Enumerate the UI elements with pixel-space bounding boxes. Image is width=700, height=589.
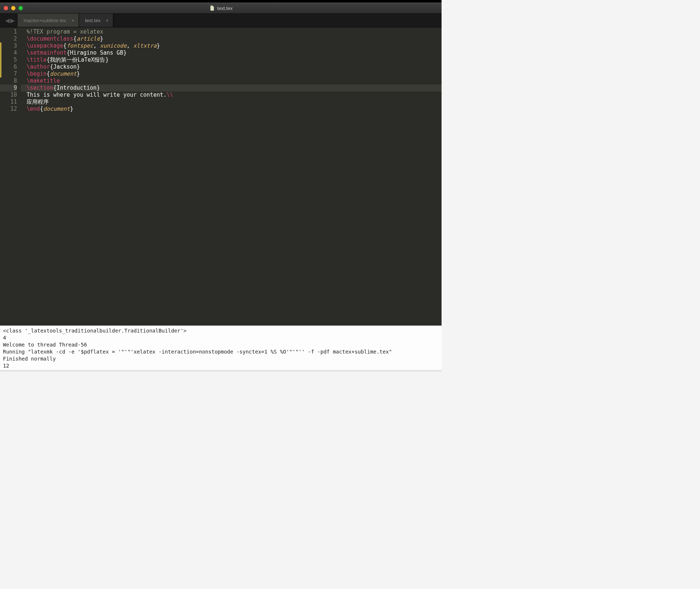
token-brace: } bbox=[100, 35, 103, 42]
modified-marker bbox=[0, 49, 1, 56]
tab-nav-forward-icon[interactable]: ▶ bbox=[10, 17, 15, 24]
code-line[interactable]: \section{Introduction} bbox=[21, 85, 442, 92]
token-text: , bbox=[127, 42, 133, 49]
token-command: \section bbox=[27, 85, 53, 91]
tab-nav-back-icon[interactable]: ◀ bbox=[5, 17, 10, 24]
tab-label: mactex+sublime.tex bbox=[24, 18, 66, 23]
token-brace: } bbox=[123, 49, 127, 56]
gutter-line: 12 bbox=[0, 106, 17, 113]
token-command: \title bbox=[27, 56, 47, 63]
token-param: article bbox=[76, 35, 100, 42]
close-window-button[interactable] bbox=[4, 6, 8, 10]
token-param: xltxtra bbox=[133, 42, 157, 49]
tab-text-tex[interactable]: text.tex× bbox=[79, 14, 113, 27]
token-command: \author bbox=[27, 63, 50, 70]
tab-close-icon[interactable]: × bbox=[106, 18, 109, 23]
editor-area[interactable]: 123456789101112 %!TEX program = xelatex\… bbox=[0, 27, 442, 326]
token-command: \maketitle bbox=[27, 78, 60, 84]
console-input[interactable] bbox=[0, 371, 442, 372]
token-command: \usepackage bbox=[27, 42, 63, 49]
code-line[interactable]: \title{我的第一份LaTeX报告} bbox=[21, 56, 442, 63]
token-brace: { bbox=[50, 63, 53, 70]
token-param: document bbox=[43, 106, 70, 112]
gutter-line: 8 bbox=[0, 78, 17, 85]
token-param: xunicode bbox=[100, 42, 127, 49]
token-brace: } bbox=[97, 85, 100, 91]
tab-close-icon[interactable]: × bbox=[72, 18, 75, 23]
token-text: 应用程序 bbox=[27, 99, 49, 105]
gutter-line: 5 bbox=[0, 56, 17, 63]
code-line[interactable]: \begin{document} bbox=[21, 70, 442, 78]
zoom-window-button[interactable] bbox=[18, 6, 23, 10]
gutter-line: 6 bbox=[0, 63, 17, 70]
file-icon bbox=[209, 5, 215, 11]
token-text: , bbox=[93, 42, 100, 49]
token-command: \setmainfont bbox=[27, 49, 66, 56]
window-title: text.tex bbox=[209, 5, 233, 11]
editor-window: text.tex ◀ ▶ mactex+sublime.tex×text.tex… bbox=[0, 3, 442, 372]
minimize-window-button[interactable] bbox=[11, 6, 16, 10]
code-area[interactable]: %!TEX program = xelatex\documentclass{ar… bbox=[21, 27, 442, 326]
token-text: 我的第一份LaTeX报告 bbox=[50, 56, 105, 63]
code-line[interactable]: This is where you will write your conten… bbox=[21, 92, 442, 99]
token-brace: { bbox=[47, 70, 50, 77]
token-brace: { bbox=[53, 85, 56, 91]
token-text: Jackson bbox=[53, 63, 76, 70]
code-line[interactable]: \setmainfont{Hiragino Sans GB} bbox=[21, 49, 442, 56]
token-text: This is where you will write your conten… bbox=[27, 92, 167, 98]
code-line[interactable]: \documentclass{article} bbox=[21, 35, 442, 42]
gutter-line: 1 bbox=[0, 28, 17, 35]
token-brace: { bbox=[47, 56, 50, 63]
gutter-line: 2 bbox=[0, 35, 17, 42]
token-text: Hiragino Sans GB bbox=[70, 49, 123, 56]
code-line[interactable]: %!TEX program = xelatex bbox=[21, 28, 442, 35]
modified-marker bbox=[0, 56, 1, 63]
token-brace: } bbox=[105, 56, 109, 63]
code-line[interactable]: \maketitle bbox=[21, 78, 442, 85]
token-command: \documentclass bbox=[27, 35, 73, 42]
modified-marker bbox=[0, 63, 1, 70]
token-param: fontspec bbox=[66, 42, 93, 49]
token-text: Introduction bbox=[56, 85, 96, 91]
token-command: \begin bbox=[27, 70, 47, 77]
mac-menubar bbox=[0, 0, 442, 3]
code-line[interactable]: \usepackage{fontspec, xunicode, xltxtra} bbox=[21, 42, 442, 49]
tab-mactex-sublime-tex[interactable]: mactex+sublime.tex× bbox=[18, 14, 79, 27]
code-line[interactable]: \author{Jackson} bbox=[21, 63, 442, 70]
token-brace: { bbox=[40, 106, 43, 112]
token-brace: } bbox=[70, 106, 73, 112]
build-output-panel[interactable]: <class '_latextools_traditionalbuilder.T… bbox=[0, 326, 442, 370]
token-brace: } bbox=[76, 63, 80, 70]
tab-bar: ◀ ▶ mactex+sublime.tex×text.tex× bbox=[0, 14, 442, 27]
token-command: \end bbox=[27, 106, 40, 112]
token-comment: %!TEX program = xelatex bbox=[27, 28, 103, 35]
titlebar[interactable]: text.tex bbox=[0, 3, 442, 14]
modified-marker bbox=[0, 70, 1, 78]
traffic-lights bbox=[4, 6, 23, 10]
tab-label: text.tex bbox=[85, 18, 100, 23]
code-line[interactable]: 应用程序 bbox=[21, 99, 442, 106]
token-brace: } bbox=[157, 42, 160, 49]
gutter-line: 3 bbox=[0, 42, 17, 49]
window-title-text: text.tex bbox=[217, 6, 233, 11]
gutter-line: 11 bbox=[0, 99, 17, 106]
gutter-line: 9 bbox=[0, 85, 17, 92]
token-param: document bbox=[50, 70, 76, 77]
token-brace: } bbox=[76, 70, 80, 77]
code-line[interactable]: \end{document} bbox=[21, 106, 442, 113]
gutter: 123456789101112 bbox=[0, 27, 21, 326]
gutter-line: 10 bbox=[0, 92, 17, 99]
watermark-text: Rendering math: 100% bbox=[390, 326, 439, 331]
tab-nav-arrows: ◀ ▶ bbox=[0, 14, 18, 27]
gutter-line: 4 bbox=[0, 49, 17, 56]
token-esc: \\ bbox=[167, 92, 173, 98]
gutter-line: 7 bbox=[0, 70, 17, 78]
modified-marker bbox=[0, 42, 1, 49]
